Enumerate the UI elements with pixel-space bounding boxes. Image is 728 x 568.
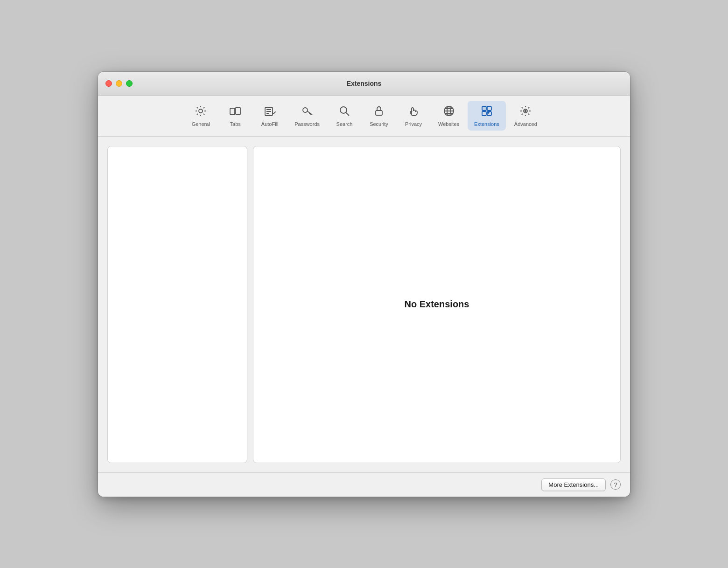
tab-websites-label: Websites (438, 121, 459, 127)
tab-websites[interactable]: Websites (432, 101, 466, 131)
tab-advanced-label: Advanced (514, 121, 537, 127)
footer: More Extensions... ? (98, 472, 630, 497)
tabs-icon (229, 104, 242, 119)
svg-point-24 (525, 110, 526, 111)
tab-tabs[interactable]: Tabs (219, 101, 252, 131)
tab-extensions-label: Extensions (474, 121, 499, 127)
svg-rect-19 (482, 106, 486, 111)
autofill-icon (263, 104, 276, 119)
toolbar: General Tabs Au (98, 96, 630, 137)
tab-general-label: General (192, 121, 210, 127)
tab-search[interactable]: Search (328, 101, 361, 131)
tab-passwords[interactable]: Passwords (288, 101, 326, 131)
svg-rect-1 (230, 108, 235, 115)
svg-point-7 (303, 108, 308, 112)
tab-security[interactable]: Security (363, 101, 395, 131)
svg-rect-22 (487, 111, 491, 116)
tab-security-label: Security (370, 121, 388, 127)
window: Extensions General Tabs (98, 72, 630, 497)
globe-icon (442, 104, 455, 119)
tab-tabs-label: Tabs (230, 121, 241, 127)
more-extensions-button[interactable]: More Extensions... (541, 478, 606, 491)
hand-icon (407, 104, 420, 119)
panels: No Extensions (107, 146, 621, 463)
svg-rect-13 (376, 111, 382, 115)
advanced-icon (519, 104, 532, 119)
content-area: No Extensions (98, 137, 630, 472)
extensions-detail-panel: No Extensions (253, 146, 621, 463)
search-icon (338, 104, 351, 119)
titlebar: Extensions (98, 72, 630, 96)
svg-point-0 (199, 109, 203, 113)
extensions-list-panel (107, 146, 247, 463)
close-button[interactable] (105, 80, 112, 87)
traffic-lights (105, 80, 133, 87)
tab-extensions[interactable]: Extensions (468, 101, 506, 131)
help-button[interactable]: ? (610, 479, 621, 490)
svg-rect-20 (487, 106, 491, 111)
key-icon (301, 104, 314, 119)
tab-passwords-label: Passwords (294, 121, 320, 127)
no-extensions-message: No Extensions (405, 299, 469, 310)
tab-advanced[interactable]: Advanced (508, 101, 544, 131)
svg-point-11 (340, 107, 347, 113)
svg-rect-21 (482, 111, 486, 116)
gear-icon (194, 104, 207, 119)
lock-icon (372, 104, 385, 119)
tab-privacy-label: Privacy (405, 121, 422, 127)
tab-autofill-label: AutoFill (261, 121, 279, 127)
svg-rect-2 (236, 107, 240, 115)
tab-general[interactable]: General (184, 101, 217, 131)
svg-line-12 (346, 112, 350, 116)
tab-autofill[interactable]: AutoFill (253, 101, 286, 131)
maximize-button[interactable] (126, 80, 133, 87)
tab-search-label: Search (336, 121, 353, 127)
window-title: Extensions (347, 80, 382, 87)
minimize-button[interactable] (116, 80, 122, 87)
extensions-icon (480, 104, 493, 119)
tab-privacy[interactable]: Privacy (397, 101, 430, 131)
